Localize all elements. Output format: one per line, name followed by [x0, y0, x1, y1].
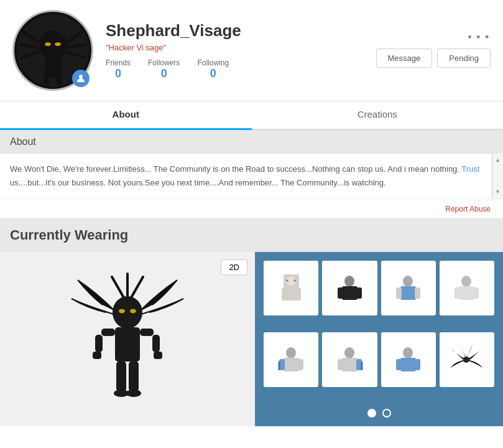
- list-item[interactable]: [381, 332, 436, 387]
- profile-info: Shephard_Visage "Hacker Vi sage" Friends…: [106, 21, 376, 80]
- svg-point-3: [55, 42, 61, 46]
- list-item[interactable]: [264, 332, 318, 387]
- report-row: Report Abuse: [0, 199, 503, 218]
- avatar-badge: [72, 70, 90, 87]
- svg-point-44: [461, 276, 471, 287]
- profile-status: "Hacker Vi sage": [106, 43, 376, 52]
- svg-point-30: [126, 390, 141, 397]
- list-item[interactable]: [440, 261, 494, 315]
- svg-rect-37: [342, 286, 358, 300]
- items-grid: [264, 261, 494, 400]
- svg-rect-41: [400, 286, 416, 300]
- header-actions: ■ ■ ■ Message Pending: [376, 34, 491, 68]
- svg-rect-27: [116, 361, 126, 392]
- scroll-up-icon[interactable]: ▲: [495, 156, 501, 165]
- item-thumb-5: [274, 343, 308, 377]
- currently-wearing-header: Currently Wearing: [0, 218, 503, 252]
- item-thumb-2: [333, 271, 367, 306]
- svg-rect-38: [338, 287, 343, 299]
- stats-row: Friends 0 Followers 0 Following 0: [106, 58, 376, 80]
- svg-line-14: [112, 277, 124, 299]
- svg-point-48: [286, 347, 296, 358]
- svg-rect-39: [356, 287, 362, 299]
- svg-point-2: [45, 42, 51, 46]
- wearing-body: 2D: [0, 252, 503, 426]
- svg-point-13: [79, 75, 83, 78]
- message-button[interactable]: Message: [376, 49, 433, 68]
- svg-rect-61: [415, 359, 420, 370]
- dots-menu[interactable]: ■ ■ ■: [468, 34, 491, 40]
- svg-rect-54: [342, 358, 358, 371]
- svg-rect-49: [284, 358, 299, 371]
- list-item[interactable]: [322, 332, 377, 387]
- stat-following: Following 0: [197, 58, 229, 80]
- report-abuse-link[interactable]: Report Abuse: [445, 205, 491, 213]
- stat-friends: Friends 0: [106, 58, 131, 80]
- svg-point-53: [344, 347, 354, 358]
- about-section-header: About: [0, 130, 503, 154]
- svg-rect-46: [455, 287, 460, 299]
- pending-button[interactable]: Pending: [437, 49, 491, 68]
- item-thumb-3: [391, 271, 425, 306]
- svg-point-58: [403, 347, 413, 358]
- svg-rect-20: [115, 327, 140, 362]
- svg-rect-60: [396, 359, 402, 370]
- following-label: Following: [197, 58, 229, 67]
- svg-rect-51: [298, 359, 303, 370]
- svg-point-40: [403, 276, 413, 287]
- svg-rect-12: [56, 75, 62, 85]
- svg-rect-43: [415, 287, 420, 299]
- svg-rect-25: [93, 352, 101, 359]
- dot-2[interactable]: [382, 409, 391, 418]
- scroll-down-icon[interactable]: ▼: [495, 187, 501, 197]
- item-thumb-7: [391, 343, 425, 377]
- svg-rect-10: [45, 59, 61, 78]
- list-item[interactable]: [322, 261, 377, 315]
- wearing-left: 2D: [0, 252, 255, 426]
- avatar-wrap: [12, 10, 93, 91]
- svg-rect-23: [95, 335, 103, 352]
- pagination-dots: [264, 409, 494, 418]
- svg-rect-11: [44, 75, 50, 85]
- item-thumb-8: [450, 343, 484, 377]
- friends-label: Friends: [106, 58, 131, 67]
- header: Shephard_Visage "Hacker Vi sage" Friends…: [0, 0, 503, 101]
- svg-rect-59: [400, 358, 416, 371]
- action-buttons: Message Pending: [376, 49, 491, 68]
- svg-point-1: [39, 30, 67, 60]
- svg-point-19: [130, 309, 136, 314]
- svg-rect-22: [140, 329, 154, 336]
- about-trust-link[interactable]: Trust: [461, 164, 479, 174]
- svg-rect-35: [282, 288, 301, 301]
- about-body-1: We Won't Die, We're forever.Limitless...…: [10, 164, 461, 174]
- person-icon: [76, 73, 86, 83]
- tab-about[interactable]: About: [0, 101, 252, 130]
- svg-rect-26: [154, 352, 162, 359]
- svg-rect-55: [338, 359, 343, 370]
- dot-1[interactable]: [367, 409, 376, 418]
- svg-rect-45: [459, 286, 474, 300]
- about-text-area: We Won't Die, We're forever.Limitless...…: [0, 154, 503, 199]
- 2d-button[interactable]: 2D: [221, 259, 247, 275]
- following-count: 0: [197, 67, 229, 80]
- tab-creations[interactable]: Creations: [252, 101, 504, 129]
- list-item[interactable]: [440, 332, 494, 387]
- profile-name: Shephard_Visage: [106, 21, 376, 40]
- svg-point-33: [286, 279, 288, 281]
- item-thumb-4: [450, 271, 484, 306]
- svg-rect-28: [129, 361, 139, 392]
- svg-rect-21: [101, 329, 115, 336]
- svg-rect-24: [152, 335, 160, 352]
- svg-point-36: [344, 276, 354, 287]
- stat-followers: Followers 0: [148, 58, 180, 80]
- scrollbar[interactable]: ▲ ▼: [492, 154, 503, 198]
- list-item[interactable]: [381, 261, 436, 315]
- svg-line-15: [131, 277, 143, 299]
- followers-label: Followers: [148, 58, 180, 67]
- wearing-right: [255, 252, 503, 426]
- svg-point-62: [463, 357, 469, 363]
- friends-count: 0: [106, 67, 131, 80]
- item-thumb-6: [333, 343, 367, 377]
- svg-point-18: [119, 309, 125, 314]
- list-item[interactable]: [264, 261, 318, 315]
